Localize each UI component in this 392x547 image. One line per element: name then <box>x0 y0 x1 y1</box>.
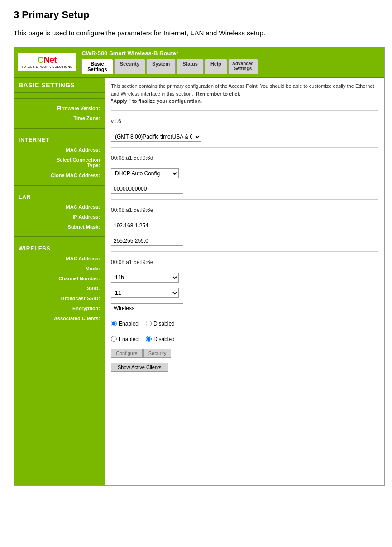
encrypt-disabled-radio[interactable] <box>146 336 152 342</box>
broadcast-ssid-group: Enabled Disabled <box>111 321 175 327</box>
clone-mac-row <box>111 183 378 195</box>
tab-system[interactable]: System <box>146 59 176 74</box>
ip-address-row <box>111 220 378 231</box>
connection-type-select[interactable]: DHCP Auto Config <box>111 168 179 178</box>
tab-basic-settings[interactable]: BasicSettings <box>81 59 113 74</box>
clone-mac-input[interactable] <box>111 184 183 194</box>
encryption-group: Enabled Disabled <box>111 336 175 342</box>
sidebar-associated-label: Associated Clients: <box>14 313 105 323</box>
ssid-input[interactable] <box>111 303 183 313</box>
sidebar-subnet-label: Subnet Mask: <box>14 222 105 232</box>
configure-button[interactable]: Configure <box>111 349 143 358</box>
header-right: CWR-500 Smart Wireless-B Router BasicSet… <box>81 50 381 74</box>
broadcast-enabled-label[interactable]: Enabled <box>111 321 139 327</box>
broadcast-disabled-text: Disabled <box>153 321 175 327</box>
connection-type-row: DHCP Auto Config <box>111 168 378 179</box>
encrypt-disabled-text: Disabled <box>153 336 175 342</box>
ip-address-input[interactable] <box>111 221 183 230</box>
broadcast-disabled-label[interactable]: Disabled <box>146 321 175 327</box>
channel-number-select[interactable]: 11 <box>111 288 179 298</box>
wireless-mac-row: 00:08:a1:5e:f9:6e <box>111 256 378 268</box>
tab-security[interactable]: Security <box>114 59 145 74</box>
broadcast-ssid-row: Enabled Disabled <box>111 318 378 330</box>
router-ui: CNet TOTAL NETWORK SOLUTIONS CWR-500 Sma… <box>14 47 385 486</box>
sidebar-divider-2 <box>14 185 105 186</box>
timezone-select[interactable]: (GMT-8:00)Pacific time(USA & Canada) <box>111 132 201 142</box>
internet-mac-value: 00:08:a1:5e:f9:6d <box>111 155 153 161</box>
encryption-row: Enabled Disabled <box>111 333 378 345</box>
sidebar-internet-mac-label: MAC Address: <box>14 145 105 155</box>
nav-tabs: BasicSettings Security System Status Hel… <box>81 59 381 74</box>
description-text: This section contains the primary config… <box>111 82 378 105</box>
wireless-mode-row: 11b <box>111 272 378 283</box>
logo-c: C <box>37 55 43 65</box>
logo-box: CNet TOTAL NETWORK SOLUTIONS <box>18 53 76 71</box>
sidebar-clone-mac-label: Clone MAC Address: <box>14 170 105 180</box>
firmware-row: v1.6 <box>111 115 378 127</box>
sidebar-channel-label: Channel Number: <box>14 274 105 283</box>
tab-help[interactable]: Help <box>205 59 227 74</box>
encrypt-enabled-text: Enabled <box>119 336 139 342</box>
sidebar-broadcast-label: Broadcast SSID: <box>14 293 105 303</box>
sidebar-connection-type-label: Select ConnectionType: <box>14 155 105 170</box>
divider-internet <box>111 147 378 148</box>
subnet-mask-row <box>111 235 378 247</box>
router-body: BASIC SETTINGS Firmware Version: Time Zo… <box>14 78 384 485</box>
tab-status[interactable]: Status <box>177 59 204 74</box>
associated-clients-row: Show Active Clients <box>111 361 378 373</box>
cnet-logo: CNet <box>37 55 57 65</box>
divider-lan <box>111 199 378 200</box>
sidebar-lan-mac-label: MAC Address: <box>14 202 105 212</box>
sidebar-encrypt-label: Encryption: <box>14 303 105 313</box>
sidebar-lan-section: LAN <box>14 190 105 202</box>
intro-text: This page is used to configure the param… <box>14 29 378 37</box>
sidebar-firmware-label: Firmware Version: <box>14 103 105 113</box>
encrypt-enabled-radio[interactable] <box>111 336 117 342</box>
sidebar-internet-section: INTERNET <box>14 133 105 145</box>
lan-mac-row: 00:08:a1:5e:f9:6e <box>111 204 378 216</box>
wireless-mode-select[interactable]: 11b <box>111 273 179 283</box>
divider-top <box>111 110 378 111</box>
sidebar-ssid-label: SSID: <box>14 283 105 293</box>
page-heading: 3 Primary Setup <box>14 9 378 21</box>
encrypt-enabled-label[interactable]: Enabled <box>111 336 139 342</box>
broadcast-enabled-text: Enabled <box>119 321 139 327</box>
internet-mac-row: 00:08:a1:5e:f9:6d <box>111 152 378 164</box>
lan-mac-value: 00:08:a1:5e:f9:6e <box>111 207 153 213</box>
show-active-clients-button[interactable]: Show Active Clients <box>111 363 168 372</box>
security-button[interactable]: Security <box>143 349 172 358</box>
configure-security-buttons: Configure Security <box>111 349 378 358</box>
encrypt-disabled-label[interactable]: Disabled <box>146 336 175 342</box>
broadcast-disabled-radio[interactable] <box>146 321 152 326</box>
sidebar: BASIC SETTINGS Firmware Version: Time Zo… <box>14 78 105 485</box>
ssid-row <box>111 302 378 314</box>
sidebar-ip-label: IP Address: <box>14 212 105 222</box>
logo-subtitle: TOTAL NETWORK SOLUTIONS <box>21 65 72 69</box>
broadcast-enabled-radio[interactable] <box>111 321 117 326</box>
wireless-mac-value: 00:08:a1:5e:f9:6e <box>111 259 153 265</box>
subnet-mask-input[interactable] <box>111 236 183 246</box>
sidebar-mode-label: Mode: <box>14 264 105 274</box>
channel-number-row: 11 <box>111 287 378 299</box>
sidebar-wireless-section: WIRELESS <box>14 242 105 254</box>
main-content: This section contains the primary config… <box>105 78 384 485</box>
description-bold: Remember to click"Apply " to finalize yo… <box>111 91 240 104</box>
divider-wireless <box>111 251 378 252</box>
sidebar-title: BASIC SETTINGS <box>14 78 105 93</box>
product-title: CWR-500 Smart Wireless-B Router <box>81 50 381 57</box>
sidebar-wireless-mac-label: MAC Address: <box>14 254 105 264</box>
sidebar-divider-3 <box>14 236 105 237</box>
router-header: CNet TOTAL NETWORK SOLUTIONS CWR-500 Sma… <box>14 47 384 78</box>
sidebar-divider-top <box>14 98 105 99</box>
firmware-value: v1.6 <box>111 118 121 125</box>
sidebar-divider-1 <box>14 128 105 129</box>
sidebar-timezone-label: Time Zone: <box>14 113 105 123</box>
timezone-row: (GMT-8:00)Pacific time(USA & Canada) <box>111 131 378 143</box>
tab-advanced-settings[interactable]: AdvancedSettings <box>228 59 258 74</box>
